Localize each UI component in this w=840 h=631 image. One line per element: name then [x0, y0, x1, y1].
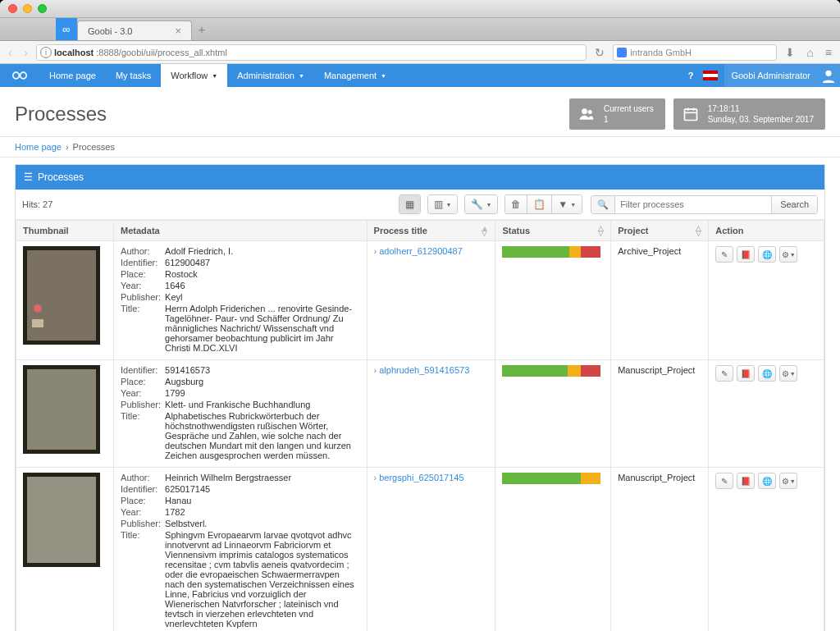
browser-tab[interactable]: Goobi - 3.0 × — [77, 21, 192, 40]
window-titlebar — [0, 0, 840, 18]
app-logo[interactable] — [0, 64, 39, 87]
project-cell: Archive_Project — [611, 241, 709, 360]
globe-button[interactable]: 🌐 — [758, 365, 776, 382]
metadata-key: Title: — [121, 304, 165, 353]
metadata-key: Identifier: — [121, 258, 165, 267]
help-icon[interactable]: ? — [682, 64, 701, 87]
settings-button[interactable]: ⚙ ▼ — [779, 246, 797, 263]
metadata-value: Keyl — [165, 292, 359, 302]
tab-close-icon[interactable]: × — [175, 25, 181, 37]
settings-button[interactable]: ⚙ ▼ — [779, 473, 797, 489]
thumbnail-image[interactable] — [23, 365, 100, 454]
window-close-button[interactable] — [8, 4, 17, 13]
url-path: :8888/goobi/uii/process_all.xhtml — [96, 48, 227, 57]
col-action: Action — [709, 221, 824, 241]
breadcrumb-home[interactable]: Home page — [15, 142, 62, 152]
metadata-value: Sphingvm Evropaearvm larvae qvotqvot adh… — [165, 530, 359, 629]
sort-icon: △▽ — [696, 226, 701, 235]
thumbnail-image[interactable] — [23, 473, 100, 567]
svg-rect-5 — [684, 109, 696, 120]
book-button[interactable]: 📕 — [737, 473, 755, 489]
col-metadata: Metadata — [114, 221, 367, 241]
table-row: Author:Heinrich Wilhelm BergstraesserIde… — [16, 468, 824, 632]
window-maximize-button[interactable] — [38, 4, 47, 13]
process-title-link[interactable]: bergsphi_625017145 — [379, 473, 463, 482]
settings-button[interactable]: ⚙ ▼ — [779, 365, 797, 382]
column-config-group: ▥ ▼ — [427, 194, 458, 214]
nav-home[interactable]: Home page — [39, 64, 106, 87]
app-navbar: Home page My tasks Workflow ▼ Administra… — [0, 64, 840, 87]
datetime-box: 17:18:11 Sunday, 03. September 2017 — [673, 98, 825, 130]
processes-table: Thumbnail Metadata Process title▲▽ Statu… — [16, 220, 824, 631]
user-avatar-icon[interactable] — [817, 64, 840, 87]
grid-view-button[interactable]: ▦ — [399, 195, 420, 213]
svg-point-4 — [588, 110, 592, 114]
nav-workflow[interactable]: Workflow ▼ — [161, 64, 227, 87]
filter-button[interactable]: ▼ ▼ — [552, 195, 582, 213]
metadata-value: Heinrich Wilhelm Bergstraesser — [165, 473, 359, 482]
delete-button[interactable]: 🗑 — [505, 195, 527, 213]
chevron-right-icon[interactable]: › — [374, 365, 377, 375]
refresh-icon[interactable]: ↻ — [591, 46, 608, 59]
view-mode-group: ▦ — [399, 194, 421, 214]
globe-button[interactable]: 🌐 — [758, 473, 776, 489]
processes-panel: ☰ Processes Hits: 27 ▦ ▥ ▼ 🔧 ▼ — [15, 164, 825, 631]
browser-search-text: intranda GmbH — [630, 48, 692, 57]
forward-icon[interactable]: › — [21, 45, 31, 59]
metadata-key: Title: — [121, 411, 165, 460]
tools-button[interactable]: 🔧 ▼ — [465, 195, 497, 213]
metadata-key: Year: — [121, 507, 165, 517]
edit-button[interactable]: ✎ — [715, 473, 733, 489]
search-icon: 🔍 — [591, 196, 615, 213]
table-row: Identifier:591416573Place:AugsburgYear:1… — [16, 360, 824, 468]
edit-button[interactable]: ✎ — [715, 246, 733, 263]
metadata-cell: Identifier:591416573Place:AugsburgYear:1… — [114, 360, 367, 468]
metadata-row: Title:Sphingvm Evropaearvm larvae qvotqv… — [121, 530, 359, 629]
menu-icon[interactable]: ≡ — [822, 46, 835, 59]
thumbnail-image[interactable] — [23, 246, 100, 345]
metadata-cell: Author:Heinrich Wilhelm BergstraesserIde… — [114, 468, 367, 632]
edit-button[interactable]: ✎ — [715, 365, 733, 382]
metadata-key: Publisher: — [121, 292, 165, 302]
col-status[interactable]: Status△▽ — [495, 221, 611, 241]
metadata-value: Alphabetisches Rubrickwörterbuch der höc… — [165, 411, 359, 460]
calendar-icon — [680, 103, 701, 125]
breadcrumb: Home page › Processes — [0, 136, 840, 158]
copy-button[interactable]: 📋 — [527, 195, 552, 213]
download-icon[interactable]: ⬇ — [782, 46, 798, 59]
panel-toolbar: Hits: 27 ▦ ▥ ▼ 🔧 ▼ 🗑 📋 ▼ — [16, 190, 824, 220]
page-title: Processes — [15, 103, 561, 126]
nav-management[interactable]: Management ▼ — [314, 64, 396, 87]
filter-input[interactable] — [615, 196, 771, 213]
panel-header: ☰ Processes — [16, 165, 824, 190]
language-flag-icon[interactable] — [703, 71, 718, 80]
current-users-count: 1 — [604, 114, 654, 125]
col-process-title[interactable]: Process title▲▽ — [367, 221, 495, 241]
process-title-link[interactable]: adolherr_612900487 — [379, 246, 463, 256]
chevron-right-icon[interactable]: › — [374, 246, 377, 256]
current-time: 17:18:11 — [708, 103, 814, 114]
book-button[interactable]: 📕 — [737, 246, 755, 263]
process-title-link[interactable]: alphrudeh_591416573 — [379, 365, 469, 375]
globe-button[interactable]: 🌐 — [758, 246, 776, 263]
address-bar[interactable]: i localhost:8888/goobi/uii/process_all.x… — [36, 44, 587, 61]
columns-button[interactable]: ▥ ▼ — [428, 195, 457, 213]
metadata-value: Rostock — [165, 269, 359, 279]
window-minimize-button[interactable] — [23, 4, 32, 13]
nav-administration[interactable]: Administration ▼ — [227, 64, 314, 87]
home-icon[interactable]: ⌂ — [803, 46, 816, 59]
user-name[interactable]: Goobi Administrator — [724, 64, 817, 87]
search-button[interactable]: Search — [771, 196, 817, 213]
new-tab-button[interactable]: + — [192, 18, 212, 40]
nav-mytasks[interactable]: My tasks — [106, 64, 161, 87]
app-favicon: ∞ — [56, 18, 77, 40]
metadata-value: Augsburg — [165, 377, 359, 386]
browser-search[interactable]: intranda GmbH — [613, 44, 777, 61]
col-project[interactable]: Project△▽ — [611, 221, 709, 241]
chevron-right-icon[interactable]: › — [374, 473, 377, 482]
back-icon[interactable]: ‹ — [5, 45, 16, 59]
metadata-key: Place: — [121, 377, 165, 386]
site-info-icon[interactable]: i — [40, 47, 52, 58]
current-users-label: Current users — [604, 103, 654, 114]
book-button[interactable]: 📕 — [737, 365, 755, 382]
